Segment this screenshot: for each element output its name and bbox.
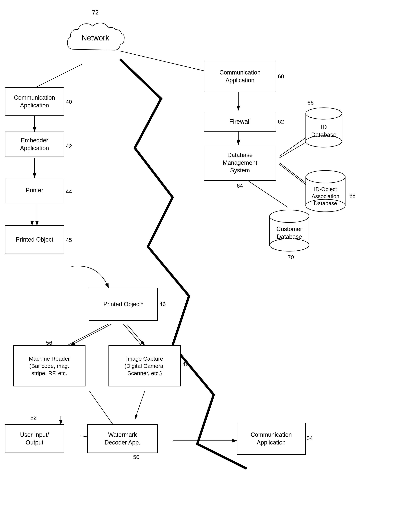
comm-app-left: Communication Application [5, 87, 64, 116]
ref-48: 48 [182, 361, 189, 367]
printed-object-1: Printed Object [5, 225, 64, 254]
embedder-app: Embedder Application [5, 132, 64, 157]
printed-object-2: Printed Object* [89, 288, 158, 321]
svg-line-10 [126, 324, 145, 345]
image-capture: Image Capture (Digital Camera, Scanner, … [108, 345, 181, 386]
comm-app-right: Communication Application [204, 61, 276, 92]
ref-54: 54 [307, 435, 313, 441]
svg-line-3 [120, 51, 210, 72]
svg-point-25 [306, 108, 342, 119]
ref-60: 60 [278, 73, 284, 80]
network-cloud: Network [61, 13, 130, 63]
svg-line-2 [36, 64, 82, 87]
db-mgmt: Database Management System [204, 145, 276, 181]
id-database: ID Database [302, 105, 345, 148]
firewall-box: Firewall [204, 112, 276, 132]
ref-45: 45 [66, 237, 72, 243]
svg-line-9 [67, 324, 108, 345]
svg-point-28 [306, 170, 345, 183]
ref-64: 64 [237, 183, 243, 189]
ref-50: 50 [133, 454, 139, 460]
ref-56: 56 [46, 340, 52, 346]
svg-line-13 [135, 391, 145, 419]
network-label: Network [81, 33, 109, 42]
ref-40: 40 [66, 99, 72, 105]
machine-reader: Machine Reader (Bar code, mag. stripe, R… [13, 345, 86, 386]
svg-line-23 [243, 178, 288, 207]
ref-68: 68 [349, 192, 356, 199]
ref-52: 52 [30, 414, 37, 421]
id-object-assoc: ID-Object Association Database [302, 168, 349, 214]
svg-point-31 [270, 210, 309, 222]
ref-70: 70 [288, 254, 294, 260]
svg-line-12 [90, 391, 115, 428]
ref-72: 72 [92, 9, 99, 16]
ref-42: 42 [66, 143, 72, 150]
user-input: User Input/ Output [5, 424, 64, 453]
ref-46: 46 [159, 301, 166, 307]
comm-app-bottom: Communication Application [237, 423, 306, 455]
watermark-decoder: Watermark Decoder App. [87, 424, 158, 453]
customer-database: Customer Database [266, 207, 312, 253]
printer-box: Printer [5, 178, 64, 203]
svg-line-8 [71, 324, 112, 345]
ref-44: 44 [66, 188, 72, 195]
ref-62: 62 [278, 118, 284, 125]
diagram: Network 72 Communication Application 40 … [0, 0, 420, 505]
ref-66: 66 [307, 100, 314, 106]
svg-line-11 [123, 324, 141, 345]
